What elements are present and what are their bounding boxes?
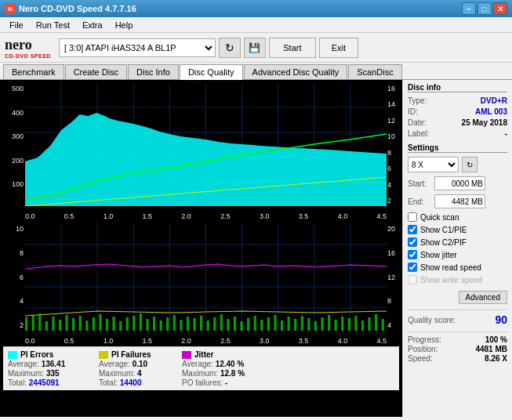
main-content: 500 400 300 200 100 16 14 12 10 8 6 4 2	[0, 80, 512, 417]
speed-select[interactable]: 8 X	[408, 157, 459, 172]
menu-extra[interactable]: Extra	[76, 19, 109, 31]
exit-button[interactable]: Exit	[319, 38, 358, 58]
date-value: 25 May 2018	[462, 118, 507, 127]
logo-sub: CD-DVD SPEED	[5, 53, 51, 59]
svg-rect-42	[126, 317, 129, 331]
svg-rect-57	[227, 319, 229, 331]
advanced-button[interactable]: Advanced	[459, 291, 507, 304]
pi-errors-color	[8, 351, 17, 359]
show-read-checkbox[interactable]	[408, 262, 417, 272]
start-input[interactable]	[434, 176, 485, 190]
quality-label: Quality score:	[408, 316, 456, 324]
svg-rect-46	[153, 317, 155, 331]
close-button[interactable]: ✕	[493, 2, 507, 15]
tab-disc-info[interactable]: Disc Info	[128, 64, 179, 79]
end-row: End:	[408, 194, 507, 208]
quick-scan-checkbox[interactable]	[408, 212, 417, 222]
start-label: Start:	[408, 179, 431, 188]
drive-select[interactable]: [ 3:0] ATAPI iHAS324 A BL1P	[59, 38, 216, 57]
svg-rect-73	[335, 320, 337, 331]
svg-rect-52	[193, 318, 195, 331]
legend-pi-errors: PI Errors Average: 136.41 Maximum: 335 T…	[8, 350, 86, 387]
pi-failures-total: 14400	[120, 378, 142, 387]
tab-disc-quality[interactable]: Disc Quality	[180, 64, 243, 80]
tab-scan-disc[interactable]: ScanDisc	[348, 64, 401, 79]
svg-rect-56	[220, 314, 223, 331]
svg-rect-71	[321, 317, 323, 331]
svg-rect-44	[140, 313, 142, 331]
speed-row: 8 X ↻	[408, 157, 507, 172]
show-jitter-label: Show jitter	[420, 251, 457, 259]
pi-errors-avg: 136.41	[42, 360, 66, 368]
date-row: Date: 25 May 2018	[408, 118, 507, 127]
end-input[interactable]	[434, 194, 485, 208]
start-row: Start:	[408, 176, 507, 190]
label-row: Label: -	[408, 129, 507, 138]
svg-rect-77	[361, 320, 364, 331]
svg-rect-68	[301, 316, 303, 331]
progress-label: Progress:	[408, 335, 441, 344]
start-button[interactable]: Start	[269, 38, 316, 58]
speed-value: 8.26 X	[485, 354, 507, 363]
tab-advanced-disc-quality[interactable]: Advanced Disc Quality	[244, 64, 348, 79]
x-axis-bottom: 0.0 0.5 1.0 1.5 2.0 2.5 3.0 3.5 4.0 4.5	[25, 337, 387, 345]
show-jitter-checkbox[interactable]	[408, 250, 417, 259]
svg-rect-62	[260, 320, 263, 331]
show-c2-checkbox[interactable]	[408, 237, 417, 247]
quick-scan-row: Quick scan	[408, 212, 507, 222]
menu-help[interactable]: Help	[109, 19, 140, 31]
show-jitter-row: Show jitter	[408, 250, 507, 259]
svg-rect-47	[160, 320, 162, 331]
svg-rect-72	[328, 315, 330, 331]
tab-create-disc[interactable]: Create Disc	[65, 64, 127, 79]
svg-rect-59	[240, 321, 242, 331]
chart-area: 500 400 300 200 100 16 14 12 10 8 6 4 2	[0, 80, 402, 417]
show-c2-label: Show C2/PIF	[420, 238, 467, 247]
id-label: ID:	[408, 107, 418, 116]
pi-failures-title: PI Failures	[111, 350, 151, 359]
id-row: ID: AML 003	[408, 107, 507, 116]
title-text: Nero CD-DVD Speed 4.7.7.16	[19, 4, 136, 13]
svg-rect-40	[112, 317, 114, 331]
save-button[interactable]: 💾	[244, 38, 266, 58]
svg-rect-75	[348, 318, 350, 331]
refresh-button[interactable]: ↻	[219, 38, 241, 58]
show-read-row: Show read speed	[408, 262, 507, 272]
show-c1-row: Show C1/PIE	[408, 225, 507, 234]
show-read-label: Show read speed	[420, 263, 481, 272]
type-value: DVD+R	[481, 96, 507, 105]
svg-rect-33	[65, 315, 67, 331]
show-c1-checkbox[interactable]	[408, 225, 417, 234]
quality-row: Quality score: 90	[408, 310, 507, 326]
settings-title: Settings	[408, 143, 507, 153]
label-label: Label:	[408, 129, 429, 138]
y-axis-left-bottom: 10 8 6 4 2	[3, 223, 25, 331]
logo-text: nero	[5, 37, 51, 53]
svg-rect-39	[106, 319, 108, 331]
quick-scan-label: Quick scan	[420, 213, 459, 222]
svg-rect-35	[79, 316, 82, 331]
show-write-row: Show write speed	[408, 275, 507, 284]
settings-refresh-btn[interactable]: ↻	[462, 157, 478, 172]
tab-benchmark[interactable]: Benchmark	[3, 64, 64, 79]
jitter-po: -	[225, 378, 227, 387]
svg-rect-43	[133, 316, 135, 331]
x-axis-top: 0.0 0.5 1.0 1.5 2.0 2.5 3.0 3.5 4.0 4.5	[25, 212, 387, 220]
toolbar: nero CD-DVD SPEED [ 3:0] ATAPI iHAS324 A…	[0, 33, 512, 63]
top-chart-svg	[25, 83, 387, 206]
svg-rect-53	[200, 316, 202, 331]
end-label: End:	[408, 197, 431, 206]
minimize-button[interactable]: −	[462, 2, 476, 15]
maximize-button[interactable]: □	[478, 2, 492, 15]
menu-file[interactable]: File	[3, 19, 30, 31]
y-axis-right-bottom: 20 16 12 8 4	[387, 223, 399, 331]
svg-rect-63	[267, 317, 270, 331]
quality-value: 90	[495, 313, 507, 326]
svg-rect-37	[93, 317, 95, 331]
svg-rect-58	[234, 317, 236, 331]
type-row: Type: DVD+R	[408, 96, 507, 105]
menu-run-test[interactable]: Run Test	[30, 19, 76, 31]
svg-rect-69	[307, 318, 310, 331]
show-write-label: Show write speed	[420, 276, 482, 284]
svg-rect-78	[368, 317, 370, 331]
